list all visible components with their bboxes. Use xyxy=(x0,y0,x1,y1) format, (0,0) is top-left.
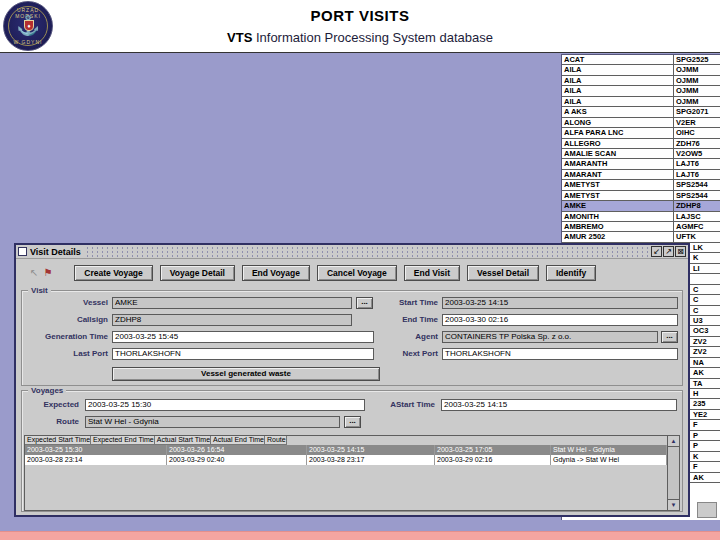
vessel-row[interactable]: ALONG V2ER xyxy=(562,118,720,128)
voyage-table-body: 2003-03-25 15:30 2003-03-26 16:54 2003-0… xyxy=(25,445,679,465)
voyage-row[interactable]: 2003-03-25 15:30 2003-03-26 16:54 2003-0… xyxy=(25,445,679,455)
subtitle-acronym: VTS xyxy=(227,30,252,45)
vessel-name-cell: AMETYST xyxy=(562,180,673,189)
voyage-column-header[interactable]: Expected Start Time xyxy=(25,436,91,445)
vessel-name-cell: AMONITH xyxy=(562,212,673,221)
voyages-group-legend: Voyages xyxy=(28,386,66,395)
agent-field[interactable]: CONTAINERS TP Polska Sp. z o.o. xyxy=(442,331,658,343)
scroll-down-icon[interactable]: ▼ xyxy=(668,499,679,510)
vessel-callsign-cell: UFTK xyxy=(673,232,720,241)
vessel-name-cell: ALONG xyxy=(562,118,673,127)
vessel-row[interactable]: AMONITH LAJSC xyxy=(562,212,720,222)
toolbar-button[interactable]: Identify xyxy=(546,265,596,281)
start-time-field[interactable]: 2003-03-25 14:15 xyxy=(442,297,678,309)
expected-end-cell: 2003-03-26 16:54 xyxy=(167,445,307,455)
next-port-label: Next Port xyxy=(352,348,438,360)
callsign-field[interactable]: ZDHP8 xyxy=(112,314,352,326)
vessel-row[interactable]: AMARANTH LAJT6 xyxy=(562,159,720,169)
start-time-label: Start Time xyxy=(352,297,438,309)
slide: URZĄD MORSKI ⚓ ♦ W GDYNI PORT VISITS VTS… xyxy=(0,0,720,540)
vessel-row[interactable]: ACAT SPG2525 xyxy=(562,55,720,65)
vessel-name-cell: ALLEGRO xyxy=(562,139,673,148)
actual-start-cell: 2003-03-25 14:15 xyxy=(307,445,435,455)
vessel-callsign-cell: ZDH76 xyxy=(673,139,720,148)
vessel-row[interactable]: AMKE ZDHP8 xyxy=(562,201,720,211)
vessel-row[interactable]: AILA OJMM xyxy=(562,76,720,86)
vessel-name-cell: AMETYST xyxy=(562,191,673,200)
vessel-callsign-cell: SPS2544 xyxy=(673,180,720,189)
astart-time-label: AStart Time xyxy=(372,399,435,411)
vessel-name-cell: ALFA PARA LNC xyxy=(562,128,673,137)
vessel-name-cell: AILA xyxy=(562,76,673,85)
vessel-row[interactable]: AMALIE SCAN V2OW5 xyxy=(562,149,720,159)
vessel-callsign-cell: V2ER xyxy=(673,118,720,127)
last-port-field[interactable]: THORLAKSHOFN xyxy=(112,348,374,360)
next-port-field[interactable]: THORLAKSHOFN xyxy=(442,348,678,360)
vessel-name-cell: AMUR 2502 xyxy=(562,232,673,241)
voyage-row[interactable]: 2003-03-28 23:14 2003-03-29 02:40 2003-0… xyxy=(25,455,679,465)
vessel-row[interactable]: ALFA PARA LNC OIHC xyxy=(562,128,720,138)
vessel-row[interactable]: AMBREMO AGMFC xyxy=(562,222,720,232)
vessel-field[interactable]: AMKE xyxy=(112,297,352,309)
vessel-callsign-cell: LAJSC xyxy=(673,212,720,221)
vessel-generated-waste-button[interactable]: Vessel generated waste xyxy=(112,367,380,381)
vessel-row[interactable]: AILA OJMM xyxy=(562,65,720,75)
vessel-name-cell: AILA xyxy=(562,65,673,74)
vessel-callsign-cell: OJMM xyxy=(673,86,720,95)
vessel-row[interactable]: AILA OJMM xyxy=(562,97,720,107)
route-field[interactable]: Stat W Hel - Gdynia xyxy=(85,416,340,428)
vessel-row[interactable]: AMETYST SPS2544 xyxy=(562,191,720,201)
expected-end-cell: 2003-03-29 02:40 xyxy=(167,455,307,465)
vessel-callsign-cell: SPG2525 xyxy=(673,55,720,64)
scroll-up-icon[interactable]: ▲ xyxy=(668,436,679,447)
footer-accent-strip xyxy=(0,531,720,540)
visit-group-legend: Visit xyxy=(28,286,51,295)
voyage-column-header[interactable]: Actual End Time xyxy=(211,436,265,445)
list-scroll-corner[interactable] xyxy=(697,502,717,518)
vessel-callsign-cell: OJMM xyxy=(673,76,720,85)
vessel-name-cell: AMARANT xyxy=(562,170,673,179)
generation-time-field[interactable]: 2003-03-25 15:45 xyxy=(112,331,374,343)
visit-group: Visit Vessel AMKE ... Start Time 2003-03… xyxy=(21,290,683,386)
maximize-icon[interactable]: ↗ xyxy=(663,246,674,257)
toolbar-button[interactable]: Vessel Detail xyxy=(467,265,539,281)
subtitle-text: Information Processing System database xyxy=(252,30,493,45)
voyage-column-header[interactable]: Expected End Time xyxy=(91,436,155,445)
vessel-callsign-cell: AGMFC xyxy=(673,222,720,231)
toolbar-button[interactable]: Voyage Detail xyxy=(160,265,235,281)
expected-field[interactable]: 2003-03-25 15:30 xyxy=(85,399,365,411)
route-cell: Stat W Hel - Gdynia xyxy=(551,445,667,455)
actual-start-cell: 2003-03-28 23:17 xyxy=(307,455,435,465)
callsign-label: Callsign xyxy=(22,314,108,326)
vessel-row[interactable]: AMARANT LAJT6 xyxy=(562,170,720,180)
voyage-table-scrollbar[interactable]: ▲ ▼ xyxy=(667,436,679,510)
toolbar-button[interactable]: End Voyage xyxy=(242,265,310,281)
route-browse-button[interactable]: ... xyxy=(344,416,361,428)
dialog-titlebar[interactable]: Visit Details ↙ ↗ ⊠ xyxy=(16,245,688,259)
vessel-name-cell: AILA xyxy=(562,97,673,106)
agent-browse-button[interactable]: ... xyxy=(661,331,678,343)
close-icon[interactable]: ⊠ xyxy=(675,246,686,257)
expected-label: Expected xyxy=(22,399,79,411)
cursor-icon[interactable]: ↖ xyxy=(30,268,38,278)
vessel-row[interactable]: ALLEGRO ZDH76 xyxy=(562,139,720,149)
vessel-row[interactable]: A AKS SPG2071 xyxy=(562,107,720,117)
toolbar-buttons: Create VoyageVoyage DetailEnd VoyageCanc… xyxy=(74,265,603,281)
voyage-column-header[interactable]: Actual Start Time xyxy=(155,436,211,445)
titlebar-pattern xyxy=(85,245,650,258)
toolbar-button[interactable]: Cancel Voyage xyxy=(317,265,397,281)
toolbar-button[interactable]: End Visit xyxy=(404,265,460,281)
minimize-icon[interactable]: ↙ xyxy=(651,246,662,257)
vessel-name-cell: AMARANTH xyxy=(562,159,673,168)
vessel-callsign-cell: ZDHP8 xyxy=(673,201,720,210)
flag-icon[interactable]: ⚑ xyxy=(43,268,52,278)
vessel-name-cell: AMKE xyxy=(562,201,673,210)
vessel-row[interactable]: AMETYST SPS2544 xyxy=(562,180,720,190)
toolbar-button[interactable]: Create Voyage xyxy=(74,265,152,281)
vessel-row[interactable]: AMUR 2502 UFTK xyxy=(562,232,720,242)
voyage-column-header[interactable]: Route xyxy=(265,436,287,445)
vessel-row[interactable]: AILA OJMM xyxy=(562,86,720,96)
end-time-field[interactable]: 2003-03-30 02:16 xyxy=(442,314,678,326)
astart-time-field[interactable]: 2003-03-25 14:15 xyxy=(441,399,677,411)
dialog-toolbar: ↖ ⚑ Create VoyageVoyage DetailEnd Voyage… xyxy=(16,259,688,286)
